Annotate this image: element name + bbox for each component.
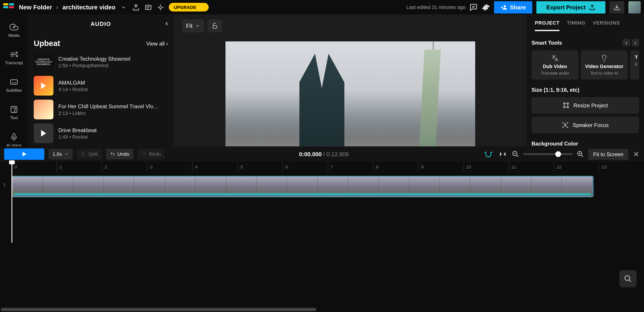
breadcrumb-folder[interactable]: New Folder bbox=[19, 4, 52, 11]
chevron-down-icon bbox=[195, 23, 200, 28]
card-sub: Text to video AI bbox=[590, 71, 618, 75]
video-preview[interactable] bbox=[225, 41, 475, 147]
track-title: AMALGAM bbox=[58, 79, 88, 85]
zoom-slider[interactable] bbox=[524, 153, 573, 155]
svg-line-51 bbox=[582, 155, 583, 157]
ruler-tick: :8 bbox=[373, 162, 418, 172]
download-button[interactable] bbox=[610, 1, 624, 13]
breadcrumb: New Folder › architecture video bbox=[19, 4, 116, 11]
view-all-upbeat[interactable]: View all › bbox=[146, 40, 168, 47]
canvas-viewport[interactable] bbox=[174, 37, 526, 147]
card-title: Dub Video bbox=[543, 64, 567, 69]
svg-point-40 bbox=[82, 155, 83, 156]
upgrade-button[interactable]: UPGRADE✨ bbox=[169, 3, 209, 11]
smart-card-dub[interactable]: Dub VideoTranslate audio bbox=[532, 50, 578, 79]
share-label: Share bbox=[510, 4, 526, 10]
magnet-button[interactable] bbox=[483, 151, 494, 158]
mic-icon bbox=[10, 132, 18, 141]
comment-icon[interactable] bbox=[470, 3, 478, 11]
speaker-focus-button[interactable]: Speaker Focus bbox=[532, 117, 639, 133]
smart-prev[interactable]: ‹ bbox=[622, 39, 630, 46]
bulb-icon bbox=[600, 54, 608, 62]
fit-to-screen-button[interactable]: Fit to Screen bbox=[588, 149, 628, 160]
size-label: Size (1:1, 9:16, etc) bbox=[532, 87, 639, 93]
user-avatar[interactable] bbox=[628, 1, 641, 13]
ruler-tick: :12 bbox=[554, 162, 599, 172]
audio-track[interactable]: AMALGAM4:14 • Rockot bbox=[34, 76, 168, 96]
speed-dropdown[interactable]: 1.0x bbox=[48, 149, 73, 159]
tab-timing[interactable]: TIMING bbox=[567, 20, 586, 31]
track-meta: 1:50 • Pumpupthemind bbox=[58, 62, 130, 68]
smart-card-partial[interactable]: TE bbox=[630, 50, 639, 79]
rail-media[interactable]: Media bbox=[2, 19, 26, 41]
trim-button[interactable] bbox=[498, 151, 508, 158]
sparkle-icon[interactable] bbox=[156, 3, 165, 11]
undo-button[interactable]: Undo bbox=[106, 149, 133, 159]
smart-tools-label: Smart Tools ‹ › bbox=[532, 39, 639, 46]
ruler-tick: :5 bbox=[238, 162, 283, 172]
zoom-handle[interactable] bbox=[556, 151, 561, 157]
notes-icon[interactable] bbox=[144, 3, 152, 11]
tab-project[interactable]: PROJECT bbox=[535, 20, 560, 31]
focus-icon bbox=[562, 122, 568, 128]
unlock-button[interactable] bbox=[207, 19, 222, 32]
resize-project-button[interactable]: Resize Project bbox=[532, 97, 639, 113]
project-dropdown[interactable] bbox=[120, 3, 128, 11]
card-sub: Translate audio bbox=[541, 71, 569, 75]
scroll-thumb[interactable] bbox=[1, 308, 316, 311]
zoom-fab[interactable] bbox=[620, 270, 636, 287]
svg-point-17 bbox=[16, 55, 18, 57]
play-button[interactable] bbox=[4, 149, 44, 160]
rail-media-label: Media bbox=[8, 33, 20, 38]
audio-track[interactable]: Drive Breakbeat1:49 • Rockot bbox=[34, 123, 168, 143]
redo-button: Redo bbox=[138, 149, 165, 159]
smart-next[interactable]: › bbox=[632, 39, 639, 46]
timeline-tracks[interactable]: 1 bbox=[0, 172, 644, 308]
chevron-down-icon bbox=[64, 152, 68, 156]
card-sub: E bbox=[635, 62, 638, 66]
track-row-number: 1 bbox=[3, 182, 6, 187]
svg-point-39 bbox=[82, 152, 83, 154]
ruler-tick: :13 bbox=[599, 162, 644, 172]
fit-dropdown[interactable]: Fit bbox=[182, 19, 204, 32]
cloud-upload-icon bbox=[10, 22, 18, 31]
audio-track[interactable]: For Her Chill Upbeat Summel Travel Vlog … bbox=[34, 100, 168, 119]
export-button[interactable]: Export Project bbox=[536, 1, 605, 13]
app-logo[interactable] bbox=[3, 3, 15, 11]
rail-subtitles[interactable]: Subtitles bbox=[2, 74, 26, 96]
search-icon bbox=[624, 275, 632, 283]
rail-transcript[interactable]: Transcript bbox=[2, 47, 26, 68]
breadcrumb-project[interactable]: architecture video bbox=[62, 4, 116, 11]
audio-track[interactable]: CREATIVETECHNOLOGYSHOWREELCreative Techn… bbox=[34, 52, 168, 72]
ruler-tick: :0 bbox=[12, 162, 56, 172]
panel-tabs: PROJECT TIMING VERSIONS bbox=[532, 14, 639, 31]
video-clip[interactable] bbox=[12, 176, 593, 197]
share-button[interactable]: Share bbox=[494, 1, 532, 13]
close-timeline-button[interactable] bbox=[632, 151, 640, 158]
transcript-icon bbox=[10, 50, 18, 59]
tab-versions[interactable]: VERSIONS bbox=[593, 20, 620, 31]
smart-card-generator[interactable]: Video GeneratorText to video AI bbox=[581, 50, 628, 79]
horizontal-scrollbar[interactable] bbox=[0, 308, 644, 312]
svg-rect-33 bbox=[213, 25, 216, 28]
rail-text[interactable]: Text bbox=[2, 102, 26, 123]
timeline-ruler[interactable]: :0 :1 :2 :3 :4 :5 :6 :7 :8 :9 :10 :11 :1… bbox=[0, 162, 644, 172]
playhead[interactable] bbox=[12, 161, 12, 243]
settings-icon[interactable] bbox=[482, 3, 490, 11]
collapse-panel-button[interactable] bbox=[162, 19, 171, 28]
zoom-out-button[interactable] bbox=[512, 151, 519, 158]
rail-text-label: Text bbox=[10, 116, 18, 120]
zoom-in-button[interactable] bbox=[577, 151, 584, 158]
ruler-tick: :11 bbox=[508, 162, 554, 172]
speed-label: 1.0x bbox=[52, 151, 62, 157]
current-time: 0:00.000 bbox=[299, 151, 322, 157]
resize-icon bbox=[562, 102, 569, 109]
ruler-tick: :3 bbox=[147, 162, 192, 172]
export-label: Export Project bbox=[546, 4, 586, 10]
timecode: 0:00.000 / 0:12.906 bbox=[299, 151, 349, 157]
zoom-out-icon bbox=[512, 151, 519, 158]
left-rail: Media Transcript Subtitles Text AI Voice… bbox=[0, 14, 28, 146]
rail-aivoice[interactable]: AI Voice bbox=[2, 129, 26, 147]
redo-label: Redo bbox=[149, 151, 161, 157]
upload-icon[interactable] bbox=[132, 3, 140, 11]
